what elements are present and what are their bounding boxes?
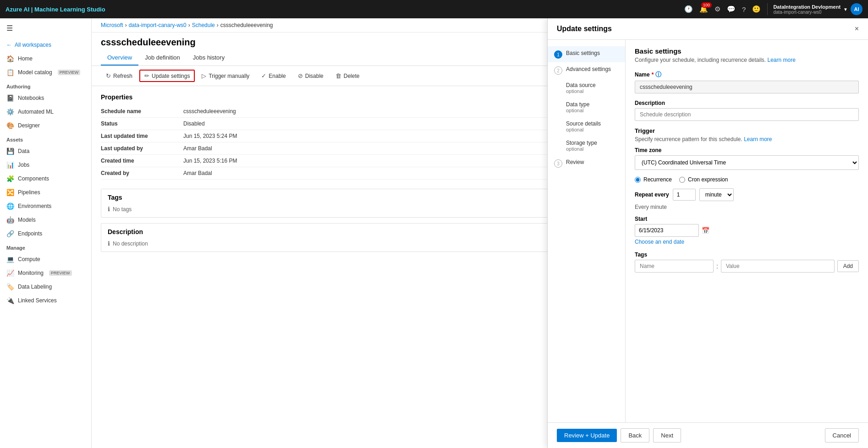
cron-radio[interactable] <box>679 177 685 183</box>
start-label: Start <box>635 216 859 222</box>
trigger-manually-button[interactable]: ▷ Trigger manually <box>197 70 254 82</box>
model-catalog-icon: 📋 <box>6 69 14 76</box>
sidebar-item-pipelines[interactable]: 🔀 Pipelines <box>0 186 91 199</box>
panel-nav-data-type[interactable]: Data type optional <box>548 98 625 117</box>
cron-option[interactable]: Cron expression <box>679 176 728 183</box>
sidebar-item-model-catalog[interactable]: 📋 Model catalog PREVIEW <box>0 66 91 79</box>
sidebar-item-endpoints[interactable]: 🔗 Endpoints <box>0 227 91 240</box>
tab-job-definition[interactable]: Job definition <box>138 50 187 66</box>
help-icon[interactable]: ? <box>742 5 746 13</box>
panel-close-button[interactable]: × <box>855 25 859 33</box>
trigger-learn-more-link[interactable]: Learn more <box>744 136 772 142</box>
tag-add-button[interactable]: Add <box>837 260 859 272</box>
pipelines-icon: 🔀 <box>6 189 14 196</box>
repeat-unit-select[interactable]: minute hour day week month <box>699 188 734 201</box>
sidebar-label-home: Home <box>18 55 33 62</box>
tags-form-label: Tags <box>635 251 859 258</box>
disable-button[interactable]: ⊘ Disable <box>293 70 329 82</box>
panel-nav-advanced-settings[interactable]: 2 Advanced settings <box>548 62 625 78</box>
sidebar-item-jobs[interactable]: 📊 Jobs <box>0 158 91 172</box>
tags-input-row: : Add <box>635 260 859 273</box>
sidebar-item-data-labeling[interactable]: 🏷️ Data Labeling <box>0 280 91 294</box>
prop-value-last-updated-by: Amar Badal <box>183 145 212 152</box>
breadcrumb-schedule[interactable]: Schedule <box>192 22 215 28</box>
repeat-value-input[interactable] <box>673 189 696 201</box>
settings-icon[interactable]: ⚙ <box>714 5 720 13</box>
app-title: Azure AI | Machine Learning Studio <box>5 6 105 13</box>
description-input[interactable] <box>635 108 859 121</box>
no-tags-text: No tags <box>113 206 132 213</box>
tab-jobs-history[interactable]: Jobs history <box>187 50 231 66</box>
update-settings-button[interactable]: ✏ Update settings <box>139 70 195 82</box>
manage-section-label: Manage <box>0 240 91 252</box>
sidebar-label-environments: Environments <box>18 203 51 209</box>
refresh-button[interactable]: ↻ Refresh <box>101 70 137 82</box>
trigger-group: Trigger Specify recurrence pattern for t… <box>635 127 859 273</box>
breadcrumb-microsoft[interactable]: Microsoft <box>101 22 123 28</box>
start-group: Start 📅 Choose an end date <box>635 216 859 245</box>
sidebar-item-linked-services[interactable]: 🔌 Linked Services <box>0 294 91 307</box>
prop-value-schedule-name: cssscheduleeevening <box>183 108 236 115</box>
panel-nav-review[interactable]: 3 Review <box>548 155 625 171</box>
name-field-group: Name * ⓘ <box>635 71 859 93</box>
panel-nav-source-details[interactable]: Source details optional <box>548 117 625 136</box>
tab-overview[interactable]: Overview <box>101 50 138 66</box>
prop-label-schedule-name: Schedule name <box>101 108 183 115</box>
feedback-icon[interactable]: 💬 <box>727 5 736 13</box>
delete-button[interactable]: 🗑 Delete <box>330 70 365 82</box>
bell-icon[interactable]: 🔔 100 <box>699 5 708 13</box>
enable-icon: ✓ <box>261 72 266 79</box>
panel-nav-storage-type[interactable]: Storage type optional <box>548 136 625 155</box>
sidebar-item-automated-ml[interactable]: ⚙️ Automated ML <box>0 105 91 119</box>
sidebar-label-compute: Compute <box>18 256 40 262</box>
sidebar-label-monitoring: Monitoring <box>18 270 44 276</box>
review-update-button[interactable]: Review + Update <box>557 429 617 442</box>
sidebar-item-designer[interactable]: 🎨 Designer <box>0 119 91 132</box>
chevron-down-icon: ▼ <box>843 7 848 12</box>
tags-form-group: Tags : Add <box>635 251 859 273</box>
data-labeling-icon: 🏷️ <box>6 283 14 290</box>
cancel-button[interactable]: Cancel <box>825 428 859 443</box>
panel-nav-data-source[interactable]: Data source optional <box>548 78 625 98</box>
refresh-icon: ↻ <box>106 72 111 79</box>
topbar-icons: 🕐 🔔 100 ⚙ 💬 ? 🙂 DataIntegration Devlopme… <box>684 3 863 15</box>
back-button[interactable]: Back <box>621 428 649 443</box>
menu-toggle[interactable]: ☰ <box>0 18 91 38</box>
preview-badge: PREVIEW <box>58 70 81 75</box>
smiley-icon[interactable]: 🙂 <box>752 5 761 13</box>
description-label: Description <box>635 100 859 106</box>
components-icon: 🧩 <box>6 175 14 182</box>
panel-nav-basic-settings[interactable]: 1 Basic settings <box>548 46 625 62</box>
clock-icon[interactable]: 🕐 <box>684 5 693 13</box>
name-input[interactable] <box>635 81 859 93</box>
all-workspaces-link[interactable]: ← All workspaces <box>0 38 91 52</box>
sidebar-item-data[interactable]: 💾 Data <box>0 144 91 158</box>
sidebar-item-notebooks[interactable]: 📓 Notebooks <box>0 91 91 105</box>
enable-button[interactable]: ✓ Enable <box>256 70 291 82</box>
timezone-select[interactable]: (UTC) Coordinated Universal Time (UTC+01… <box>635 155 859 170</box>
sidebar-item-models[interactable]: 🤖 Models <box>0 213 91 227</box>
start-date-input[interactable] <box>635 224 699 237</box>
sidebar-item-home[interactable]: 🏠 Home <box>0 52 91 66</box>
nav-sub-storage-type: optional <box>566 146 597 152</box>
sidebar-item-monitoring[interactable]: 📈 Monitoring PREVIEW <box>0 266 91 280</box>
breadcrumb-current: cssscheduleeevening <box>220 22 273 28</box>
basic-settings-learn-more-link[interactable]: Learn more <box>768 57 796 63</box>
recurrence-option[interactable]: Recurrence <box>635 176 672 183</box>
update-settings-panel: Update settings × 1 Basic settings 2 Adv… <box>547 18 868 448</box>
user-menu[interactable]: DataIntegration Devlopment data-import-c… <box>767 3 863 15</box>
end-date-link[interactable]: Choose an end date <box>635 239 859 245</box>
recurrence-radio[interactable] <box>635 177 641 183</box>
breadcrumb-workspace[interactable]: data-import-canary-ws0 <box>129 22 187 28</box>
avatar[interactable]: AI <box>851 3 863 15</box>
sidebar-item-compute[interactable]: 💻 Compute <box>0 252 91 266</box>
sidebar-item-components[interactable]: 🧩 Components <box>0 172 91 186</box>
info-icon-desc: ℹ <box>108 240 110 247</box>
sidebar-item-environments[interactable]: 🌐 Environments <box>0 199 91 213</box>
notification-badge: 100 <box>701 2 712 8</box>
tag-value-input[interactable] <box>721 260 835 273</box>
tag-name-input[interactable] <box>635 260 714 273</box>
calendar-icon[interactable]: 📅 <box>702 227 709 234</box>
sidebar-label-data: Data <box>18 148 29 154</box>
next-button[interactable]: Next <box>653 428 681 443</box>
